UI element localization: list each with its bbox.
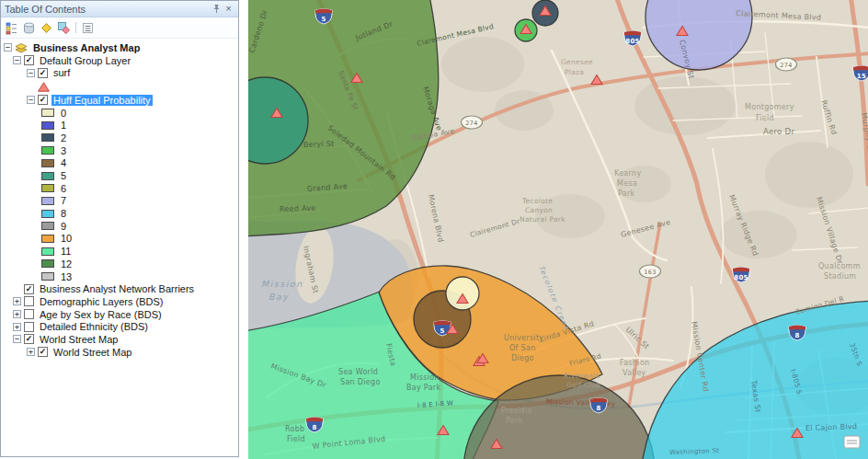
layer-visibility-checkbox[interactable]: ✓ bbox=[38, 347, 48, 357]
layer-label[interactable]: Default Group Layer bbox=[38, 55, 132, 66]
collapse-box[interactable]: − bbox=[4, 43, 12, 52]
legend-item: 11 bbox=[1, 245, 238, 258]
legend-swatch[interactable] bbox=[41, 247, 54, 256]
interstate-shield-number: 15 bbox=[857, 73, 866, 80]
expand-box[interactable]: + bbox=[27, 348, 35, 356]
map-label: San Diego bbox=[340, 378, 381, 386]
map-label: Tecolote bbox=[521, 197, 553, 205]
layer-row: ✓Business Analyst Network Barriers bbox=[1, 282, 238, 295]
layer-visibility-checkbox[interactable]: ✓ bbox=[24, 55, 34, 65]
map-label: Genesee bbox=[561, 58, 593, 66]
layer-row: −Business Analyst Map bbox=[1, 41, 238, 54]
layer-label[interactable]: Huff Equal Probability bbox=[51, 95, 153, 106]
layer-label[interactable]: World Street Map bbox=[38, 334, 120, 345]
map-label: Beryl St bbox=[303, 140, 335, 149]
map-label: Qualcomm bbox=[818, 262, 861, 270]
interstate-shield-number: 5 bbox=[321, 16, 326, 23]
surf-symbol-triangle[interactable] bbox=[38, 82, 50, 92]
hillshade bbox=[765, 142, 853, 208]
layer-visibility-checkbox[interactable]: ✓ bbox=[38, 68, 48, 78]
list-by-source-icon[interactable] bbox=[21, 20, 37, 36]
table-of-contents-panel: Table Of Contents × bbox=[0, 0, 239, 457]
expand-box[interactable]: + bbox=[13, 310, 21, 318]
layer-row: −✓Default Group Layer bbox=[1, 54, 238, 67]
map-label: Robb bbox=[285, 425, 304, 433]
legend-label: 10 bbox=[59, 233, 74, 244]
map-label: Reed Ave bbox=[280, 204, 316, 213]
legend-item: 10 bbox=[1, 233, 238, 246]
pin-icon[interactable] bbox=[211, 3, 223, 15]
collapse-box[interactable]: − bbox=[13, 335, 21, 343]
map-label: Aero Dr bbox=[763, 127, 794, 136]
legend-swatch[interactable] bbox=[41, 259, 54, 268]
layer-row: +✓World Street Map bbox=[1, 346, 238, 359]
collapse-box[interactable]: − bbox=[27, 69, 35, 77]
options-icon[interactable] bbox=[80, 20, 96, 36]
list-by-visibility-icon[interactable] bbox=[39, 20, 54, 36]
layer-label[interactable]: Age by Sex by Race (BDS) bbox=[38, 309, 164, 320]
collapse-box[interactable]: − bbox=[27, 96, 35, 104]
legend-swatch[interactable] bbox=[41, 109, 54, 117]
legend-label: 9 bbox=[59, 221, 68, 232]
application-window: Table Of Contents × bbox=[0, 0, 868, 459]
legend-item: 12 bbox=[1, 258, 238, 270]
close-icon[interactable]: × bbox=[223, 3, 234, 15]
layer-visibility-checkbox[interactable] bbox=[24, 296, 34, 306]
state-route-number: 274 bbox=[465, 120, 477, 127]
map-view[interactable]: MissionBayCardeno DrJutland DrSanta Fe S… bbox=[248, 0, 868, 459]
map-label: Mesa bbox=[617, 179, 637, 188]
collapse-box[interactable]: − bbox=[13, 56, 21, 64]
legend-swatch[interactable] bbox=[41, 272, 54, 281]
layer-row: +Demographic Layers (BDS) bbox=[1, 295, 238, 308]
toc-toolbar bbox=[1, 17, 238, 39]
legend-swatch[interactable] bbox=[41, 197, 54, 205]
legend-swatch[interactable] bbox=[41, 222, 54, 230]
legend-label: 0 bbox=[59, 108, 68, 119]
legend-label: 5 bbox=[59, 170, 68, 181]
layer-label[interactable]: Detailed Ethnicity (BDS) bbox=[38, 321, 150, 332]
legend-label: 12 bbox=[59, 258, 74, 270]
map-label: Field bbox=[287, 435, 305, 443]
layer-row: +Detailed Ethnicity (BDS) bbox=[1, 320, 238, 333]
interstate-shield-number: 8 bbox=[794, 332, 799, 339]
map-label: Presidio bbox=[501, 407, 532, 415]
layer-row: −✓World Street Map bbox=[1, 333, 238, 346]
hillshade bbox=[634, 76, 736, 135]
legend-swatch[interactable] bbox=[41, 121, 54, 130]
list-by-selection-icon[interactable] bbox=[56, 20, 72, 36]
legend-swatch[interactable] bbox=[41, 184, 54, 192]
layer-row: −✓Huff Equal Probability bbox=[1, 94, 238, 107]
legend-swatch[interactable] bbox=[41, 159, 54, 167]
layer-visibility-checkbox[interactable]: ✓ bbox=[38, 95, 48, 105]
layer-visibility-checkbox[interactable]: ✓ bbox=[24, 284, 34, 294]
legend-swatch[interactable] bbox=[41, 210, 54, 218]
legend-item: 0 bbox=[1, 107, 238, 120]
layer-label[interactable]: Demographic Layers (BDS) bbox=[38, 296, 166, 307]
legend-swatch[interactable] bbox=[41, 133, 54, 142]
map-label: Golf Club bbox=[566, 381, 600, 389]
legend-swatch[interactable] bbox=[41, 235, 54, 243]
map-label: Park bbox=[618, 189, 635, 198]
legend-swatch[interactable] bbox=[41, 146, 54, 155]
layer-visibility-checkbox[interactable]: ✓ bbox=[24, 334, 34, 344]
legend-item: 7 bbox=[1, 195, 238, 208]
list-by-drawing-order-icon[interactable] bbox=[4, 20, 19, 36]
map-note-icon[interactable] bbox=[844, 436, 860, 448]
layer-label[interactable]: surf bbox=[51, 67, 72, 78]
map-label: Montgomery bbox=[745, 103, 794, 111]
legend-label: 7 bbox=[59, 195, 68, 206]
map-label: Kearny bbox=[614, 169, 641, 178]
expand-box[interactable]: + bbox=[13, 297, 21, 305]
legend-item: 13 bbox=[1, 270, 238, 283]
layer-label[interactable]: Business Analyst Map bbox=[31, 42, 142, 53]
legend-label: 3 bbox=[59, 145, 68, 156]
layer-visibility-checkbox[interactable] bbox=[24, 309, 34, 319]
legend-item: 1 bbox=[1, 119, 238, 132]
layer-visibility-checkbox[interactable] bbox=[24, 322, 34, 332]
layer-label[interactable]: World Street Map bbox=[51, 347, 133, 358]
expand-box[interactable]: + bbox=[13, 323, 21, 331]
layer-row: −✓surf bbox=[1, 66, 238, 79]
legend-swatch[interactable] bbox=[41, 172, 54, 180]
map-label: Stadium bbox=[824, 272, 856, 281]
layer-label[interactable]: Business Analyst Network Barriers bbox=[38, 283, 196, 294]
